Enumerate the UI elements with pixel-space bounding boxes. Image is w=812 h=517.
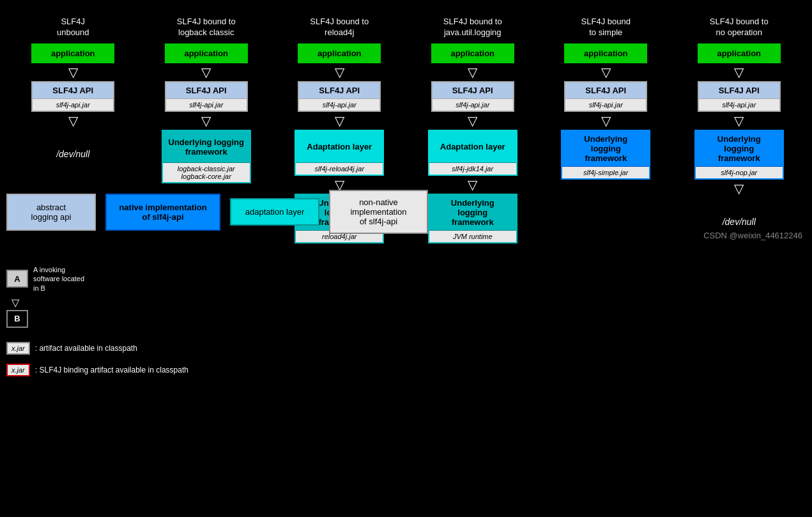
underlying-top-logback: Underlying loggingframework xyxy=(163,131,250,163)
underlying-top-julogging: Underlyingloggingframework xyxy=(429,195,516,231)
arrow-reload4j-1: ▽ xyxy=(335,66,344,79)
legend-abstract-text: abstractlogging api xyxy=(31,203,72,222)
col-title-julogging: SLF4J bound tojava.util.logging xyxy=(443,6,502,38)
slf4j-top-julogging: SLF4J API xyxy=(433,82,513,99)
slf4j-api-simple: SLF4J API slf4j-api.jar xyxy=(564,81,647,112)
invoke-box-a: A xyxy=(6,270,28,288)
legend-area: A A invokingsoftware locatedin B ▽ B x.j… xyxy=(6,265,188,376)
arrow-noop-1: ▽ xyxy=(734,66,744,79)
arrow-julogging-2: ▽ xyxy=(468,114,477,127)
adaptation-jar-reload4j: slf4j-reload4j.jar xyxy=(296,163,383,174)
legend-nonnative: non-nativeimplementationof slf4j-api xyxy=(329,190,428,234)
col-title-noop: SLF4J bound tono operation xyxy=(710,6,769,38)
slf4j-jar-simple: slf4j-api.jar xyxy=(565,99,646,111)
slf4j-api-logback: SLF4J API slf4j-api.jar xyxy=(165,81,248,112)
arrow-logback-1: ▽ xyxy=(201,66,211,79)
slf4j-top-logback: SLF4J API xyxy=(166,82,247,99)
arrow-unbound-2: ▽ xyxy=(68,114,78,127)
legend-nonnative-text: non-nativeimplementationof slf4j-api xyxy=(350,197,406,226)
app-box-reload4j: application xyxy=(298,43,381,63)
slf4j-top-noop: SLF4J API xyxy=(699,82,779,99)
slf4j-top-simple: SLF4J API xyxy=(565,82,646,99)
col-title-unbound: SLF4Junbound xyxy=(57,6,89,38)
jar-badge-normal: x.jar xyxy=(6,342,30,355)
devnull-noop: /dev/null xyxy=(723,217,756,227)
underlying-jar-logback: logback-classic.jarlogback-core.jar xyxy=(163,163,250,182)
slf4j-jar-reload4j: slf4j-api.jar xyxy=(299,99,379,111)
app-box-julogging: application xyxy=(431,43,514,63)
arrow-simple-2: ▽ xyxy=(601,114,611,127)
adaptation-top-julogging: Adaptation layer xyxy=(429,131,516,163)
native-jar-simple: slf4j-simple.jar xyxy=(562,167,649,178)
legend-native: native implementationof slf4j-api xyxy=(105,194,220,231)
main-container: SLF4Junbound application ▽ SLF4J API slf… xyxy=(0,0,812,250)
invoke-box-b: B xyxy=(6,310,28,328)
slf4j-jar-logback: slf4j-api.jar xyxy=(166,99,247,111)
legend-abstract: abstractlogging api xyxy=(6,194,96,231)
invoke-b-label: B xyxy=(14,314,20,323)
invoke-arrow: ▽ xyxy=(11,297,19,309)
legend-jar-normal: x.jar : artifact available in classpath xyxy=(6,342,188,355)
underlying-julogging: Underlyingloggingframework JVM runtime xyxy=(428,194,517,243)
slf4j-api-noop: SLF4J API slf4j-api.jar xyxy=(698,81,781,112)
col-title-logback: SLF4J bound tologback classic xyxy=(177,6,236,38)
legend-invoke-row-b: B xyxy=(6,310,28,328)
arrow-reload4j-3: ▽ xyxy=(335,178,344,191)
slf4j-api-julogging: SLF4J API slf4j-api.jar xyxy=(431,81,514,112)
arrow-noop-3: ▽ xyxy=(734,182,744,195)
adaptation-reload4j: Adaptation layer slf4j-reload4j.jar xyxy=(295,130,384,176)
app-box-noop: application xyxy=(698,43,781,63)
underlying-jar-julogging: JVM runtime xyxy=(429,231,516,242)
legend-invoke: A A invokingsoftware locatedin B ▽ B xyxy=(6,265,188,328)
slf4j-top-reload4j: SLF4J API xyxy=(299,82,379,99)
jar-badge-red: x.jar xyxy=(6,364,30,376)
arrow-simple-1: ▽ xyxy=(601,66,611,79)
app-box-logback: application xyxy=(165,43,248,63)
col-title-reload4j: SLF4J bound toreload4j xyxy=(310,6,369,38)
native-jar-noop: slf4j-nop.jar xyxy=(696,167,783,178)
arrow-logback-2: ▽ xyxy=(201,114,211,127)
csdn-credit: CSDN @weixin_44612246 xyxy=(703,231,802,240)
jar-legend-red-text: : SLF4J binding artifact available in cl… xyxy=(35,366,188,374)
invoke-a-label: A xyxy=(14,274,20,284)
adaptation-julogging: Adaptation layer slf4j-jdk14.jar xyxy=(428,130,517,176)
arrow-julogging-3: ▽ xyxy=(468,178,477,191)
devnull-unbound: /dev/null xyxy=(56,149,89,159)
app-box-unbound: application xyxy=(31,43,114,63)
native-simple: Underlyingloggingframework slf4j-simple.… xyxy=(561,130,650,180)
underlying-logback: Underlying loggingframework logback-clas… xyxy=(162,130,251,183)
jar-legend-normal-text: : artifact available in classpath xyxy=(35,344,137,353)
adaptation-jar-julogging: slf4j-jdk14.jar xyxy=(429,163,516,174)
legend-adaptation-text: adaptation layer xyxy=(245,207,305,217)
slf4j-jar-unbound: slf4j-api.jar xyxy=(33,99,113,111)
native-noop: Underlyingloggingframework slf4j-nop.jar xyxy=(694,130,784,180)
slf4j-jar-noop: slf4j-api.jar xyxy=(699,99,779,111)
col-noop: SLF4J bound tono operation application ▽… xyxy=(678,6,800,243)
native-top-simple: Underlyingloggingframework xyxy=(562,131,649,167)
arrow-reload4j-2: ▽ xyxy=(335,114,344,127)
invoke-description: A invokingsoftware locatedin B xyxy=(33,265,84,293)
legend-invoke-row-a: A A invokingsoftware locatedin B xyxy=(6,265,84,293)
arrow-unbound-1: ▽ xyxy=(68,66,78,79)
slf4j-api-reload4j: SLF4J API slf4j-api.jar xyxy=(298,81,381,112)
arrow-noop-2: ▽ xyxy=(734,114,744,127)
slf4j-jar-julogging: slf4j-api.jar xyxy=(433,99,513,111)
legend-adaptation: adaptation layer xyxy=(230,198,319,226)
arrow-julogging-1: ▽ xyxy=(468,66,477,79)
legend-native-text: native implementationof slf4j-api xyxy=(119,203,206,222)
slf4j-top-unbound: SLF4J API xyxy=(33,82,113,99)
slf4j-api-unbound: SLF4J API slf4j-api.jar xyxy=(31,81,114,112)
col-title-simple: SLF4J boundto simple xyxy=(581,6,631,38)
legend-jar-red: x.jar : SLF4J binding artifact available… xyxy=(6,364,188,376)
bottom-legend: abstractlogging api native implementatio… xyxy=(6,190,428,234)
col-simple: SLF4J boundto simple application ▽ SLF4J… xyxy=(545,6,666,243)
col-julogging: SLF4J bound tojava.util.logging applicat… xyxy=(412,6,533,243)
native-top-noop: Underlyingloggingframework xyxy=(696,131,783,167)
app-box-simple: application xyxy=(564,43,647,63)
adaptation-top-reload4j: Adaptation layer xyxy=(296,131,383,163)
